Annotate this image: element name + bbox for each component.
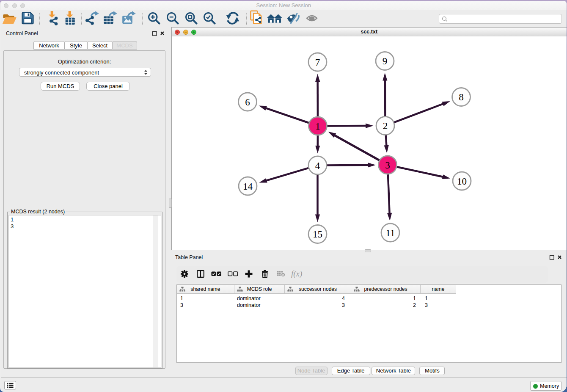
- svg-text:14: 14: [243, 181, 253, 191]
- svg-text:7: 7: [315, 57, 320, 67]
- svg-text:3: 3: [385, 160, 390, 170]
- svg-text:15: 15: [313, 229, 322, 240]
- svg-text:2: 2: [383, 121, 388, 131]
- svg-text:10: 10: [457, 176, 467, 186]
- svg-text:1: 1: [315, 121, 320, 131]
- svg-text:11: 11: [385, 227, 395, 238]
- svg-text:8: 8: [459, 92, 464, 102]
- svg-text:4: 4: [315, 160, 320, 171]
- svg-text:9: 9: [382, 56, 387, 66]
- svg-text:6: 6: [245, 97, 250, 107]
